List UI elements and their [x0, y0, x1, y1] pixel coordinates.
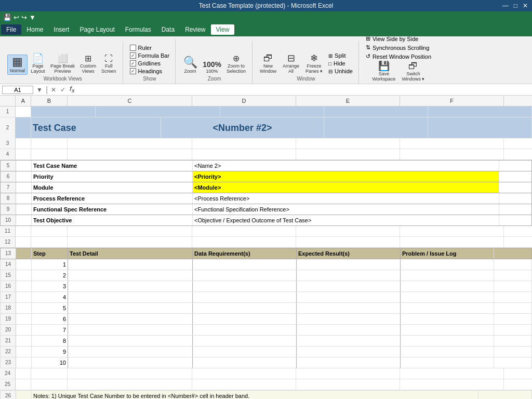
headings-checkbox[interactable] [130, 68, 136, 74]
cell-a4[interactable] [16, 149, 31, 159]
save-icon[interactable]: 💾 [3, 14, 11, 21]
cell-b25[interactable] [31, 379, 68, 390]
cell-b1[interactable] [31, 107, 96, 117]
cell-a15[interactable] [16, 270, 32, 281]
cell-a3[interactable] [16, 138, 31, 149]
cell-c25[interactable] [68, 379, 192, 390]
problem-1[interactable] [401, 259, 494, 270]
problem-8[interactable] [401, 336, 494, 346]
step-1[interactable]: 1 [32, 259, 68, 270]
cell-a10[interactable] [16, 215, 32, 225]
data-req-7[interactable] [193, 325, 297, 335]
switch-windows-button[interactable]: 🗗 SwitchWindows ▾ [400, 60, 427, 83]
expected-1[interactable] [297, 259, 401, 270]
cell-e25[interactable] [296, 379, 400, 390]
menu-insert[interactable]: Insert [48, 24, 74, 35]
cell-f3[interactable] [400, 138, 504, 149]
zoom-100-button[interactable]: 100% 100% [201, 60, 223, 75]
cell-c1[interactable] [96, 107, 220, 117]
cell-d1[interactable] [220, 107, 324, 117]
data-requirements-header[interactable]: Data Requirement(s) [193, 248, 297, 259]
data-req-10[interactable] [193, 357, 297, 368]
menu-home[interactable]: Home [21, 24, 48, 35]
ruler-checkbox[interactable] [130, 45, 136, 51]
menu-formulas[interactable]: Formulas [120, 24, 156, 35]
problem-3[interactable] [401, 281, 494, 291]
zoom-selection-button[interactable]: ⊕ Zoom toSelection [224, 54, 248, 75]
cell-e1[interactable] [324, 107, 428, 117]
quick-access-toolbar[interactable]: 💾 ↩ ↪ ▼ [0, 11, 532, 23]
menu-page-layout[interactable]: Page Layout [74, 24, 119, 35]
detail-7[interactable] [68, 325, 193, 335]
data-req-4[interactable] [193, 292, 297, 302]
step-4[interactable]: 4 [32, 292, 68, 302]
cell-e12[interactable] [296, 237, 400, 247]
cancel-formula-icon[interactable]: ✕ [50, 86, 57, 94]
step-2[interactable]: 2 [32, 270, 68, 281]
test-objective-label[interactable]: Test Objective [32, 215, 193, 225]
problem-7[interactable] [401, 325, 494, 335]
cell-a9[interactable] [16, 204, 32, 215]
cell-a17[interactable] [16, 292, 32, 302]
data-req-8[interactable] [193, 336, 297, 346]
test-case-title-cell[interactable]: Test Case [31, 117, 161, 138]
formula-bar-checkbox-row[interactable]: Formula Bar [128, 52, 171, 59]
view-side-by-side-button[interactable]: ⊞ View Side by Side [364, 35, 433, 43]
expected-4[interactable] [297, 292, 401, 302]
detail-6[interactable] [68, 314, 193, 324]
module-label[interactable]: Module [32, 182, 193, 193]
cell-b3[interactable] [31, 138, 68, 149]
zoom-button[interactable]: 🔍 Zoom [181, 56, 200, 75]
cell-b4[interactable] [31, 149, 68, 159]
data-req-2[interactable] [193, 270, 297, 281]
data-req-1[interactable] [193, 259, 297, 270]
detail-8[interactable] [68, 336, 193, 346]
undo-icon[interactable]: ↩ [14, 14, 19, 21]
new-window-button[interactable]: 🗗 NewWindow [258, 52, 278, 75]
full-screen-button[interactable]: ⛶ FullScreen [99, 54, 118, 75]
step-header[interactable]: Step [32, 248, 68, 259]
cell-a14[interactable] [16, 259, 32, 270]
detail-5[interactable] [68, 303, 193, 313]
detail-2[interactable] [68, 270, 193, 281]
expected-results-header[interactable]: Expected Result(s) [297, 248, 401, 259]
unhide-button[interactable]: ⊟ Unhide [327, 68, 354, 75]
cell-f1[interactable] [428, 107, 532, 117]
sync-scrolling-button[interactable]: ⇅ Synchronous Scrolling [364, 44, 433, 51]
save-workspace-button[interactable]: 💾 SaveWorkspace [370, 60, 398, 83]
normal-view-button[interactable]: ▦ Normal [7, 55, 28, 75]
cell-b11[interactable] [31, 226, 68, 236]
cell-d24[interactable] [192, 368, 296, 379]
col-header-a[interactable]: A [16, 96, 31, 106]
expected-2[interactable] [297, 270, 401, 281]
detail-3[interactable] [68, 281, 193, 291]
arrange-all-button[interactable]: ⊟ ArrangeAll [281, 52, 301, 75]
cell-a23[interactable] [16, 357, 32, 368]
menu-review[interactable]: Review [180, 24, 210, 35]
cell-e11[interactable] [296, 226, 400, 236]
confirm-formula-icon[interactable]: ✓ [59, 86, 66, 94]
problem-2[interactable] [401, 270, 494, 281]
step-6[interactable]: 6 [32, 314, 68, 324]
test-detail-header[interactable]: Test Detail [68, 248, 193, 259]
menu-file[interactable]: File [1, 24, 21, 35]
test-case-name-value[interactable]: <Name 2> [193, 161, 499, 171]
test-case-number-cell[interactable]: <Number #2> [161, 117, 324, 138]
cell-a12[interactable] [16, 237, 31, 247]
window-controls[interactable]: — □ ✕ [500, 2, 530, 9]
problem-5[interactable] [401, 303, 494, 313]
process-ref-value[interactable]: <Process Reference> [193, 193, 499, 204]
expected-6[interactable] [297, 314, 401, 324]
module-value[interactable]: <Module> [193, 182, 499, 193]
data-req-5[interactable] [193, 303, 297, 313]
cell-e24[interactable] [296, 368, 400, 379]
customize-icon[interactable]: ▼ [29, 14, 36, 21]
test-case-name-label[interactable]: Test Case Name [32, 161, 193, 171]
cell-f24[interactable] [400, 368, 504, 379]
data-req-3[interactable] [193, 281, 297, 291]
detail-10[interactable] [68, 357, 193, 368]
detail-9[interactable] [68, 347, 193, 357]
priority-label[interactable]: Priority [32, 171, 193, 182]
col-header-f[interactable]: F [400, 96, 504, 106]
cell-d4[interactable] [192, 149, 296, 159]
